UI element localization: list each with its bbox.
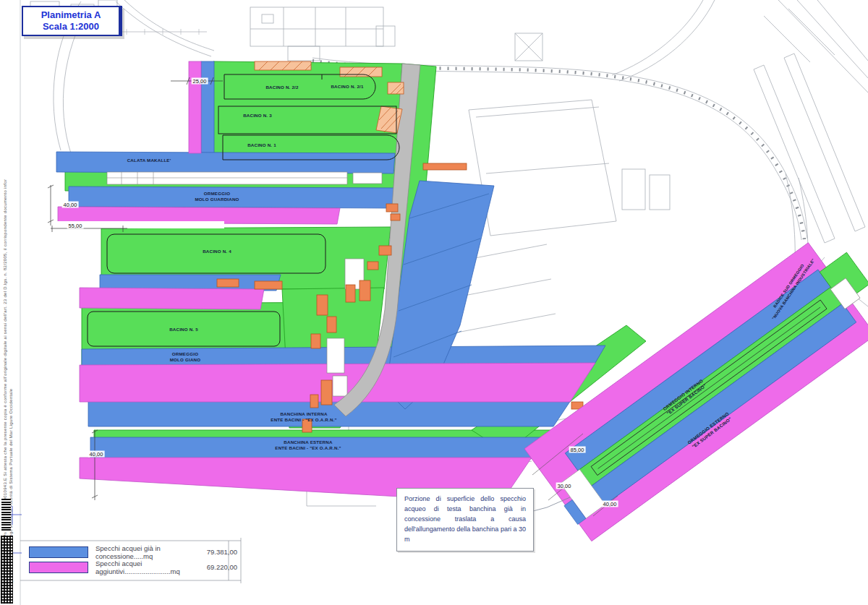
legend: Specchi acquei già in concessione.....mq… [29,544,237,575]
datamatrix-codes [1,536,13,604]
label-bacino-5: BACINO N. 5 [169,327,198,332]
note-box: Porzione di superficie dello specchio ac… [396,488,534,552]
barcode [1,499,11,532]
label-banchina-interna: BANCHINA INTERNA ENTE BACINI - "EX O.A.R… [271,411,336,424]
dim-40-top: 40,00 [62,202,79,208]
dim-40-pier: 40,00 [602,501,618,507]
plan-title: Planimetria A [41,9,101,21]
dim-40-bottom: 40,00 [88,451,105,458]
label-ormeggio-guardiano: ORMEGGIO MOLO GUARDIANO [195,191,239,203]
dim-55: 55,00 [67,223,84,229]
label-bacino-2-1: BACINO N. 2/1 [331,84,363,90]
label-ormeggio-giano: ORMEGGIO MOLO GIANO [170,351,201,364]
legend-row-additional: Specchi acquei aggiuntivi...............… [29,559,237,575]
label-bacino-1: BACINO N. 1 [247,142,276,148]
planimetria-sheet: Planimetria A Scala 1:2000 BACINO N. 2/2… [0,0,868,605]
label-calata-makalle: CALATA MAKALLE' [127,158,171,163]
label-bacino-3: BACINO N. 3 [243,113,272,119]
legend-label-additional: Specchi acquei aggiuntivi...............… [95,559,207,575]
dim-85: 85,00 [569,447,586,453]
legend-label-concession: Specchi acquei già in concessione.....mq [95,544,207,560]
dim-30: 30,00 [556,483,573,489]
legend-value-additional: 69.220,00 [207,563,237,571]
dim-25: 25,00 [192,78,208,85]
legend-value-concession: 79.381,00 [207,548,237,556]
title-box: Planimetria A Scala 1:2000 [22,6,122,36]
label-bacino-2-2: BACINO N. 2/2 [265,85,298,90]
legend-row-concession: Specchi acquei già in concessione.....mq… [29,544,237,559]
legend-swatch-blue [29,546,88,558]
legend-swatch-magenta [29,562,88,573]
label-bacino-4: BACINO N. 4 [203,249,231,254]
label-banchina-esterna: BANCHINA ESTERNA ENTE BACINI - "EX O.A.R… [275,439,341,452]
plan-scale: Scala 1:2000 [43,21,99,33]
